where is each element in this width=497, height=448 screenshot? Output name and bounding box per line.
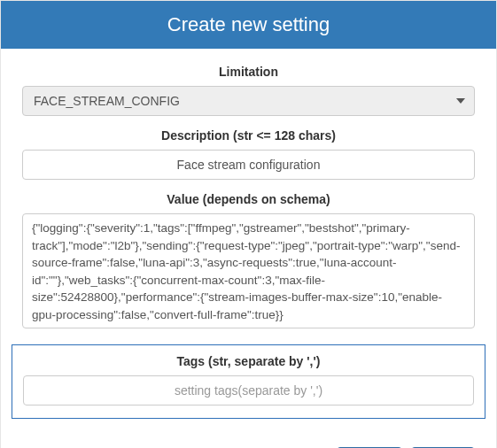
modal-body: Limitation FACE_STREAM_CONFIG Descriptio… bbox=[1, 49, 496, 436]
description-input[interactable] bbox=[22, 150, 475, 180]
description-label: Description (str <= 128 chars) bbox=[22, 128, 475, 143]
modal-title: Create new setting bbox=[1, 1, 496, 49]
limitation-select[interactable]: FACE_STREAM_CONFIG bbox=[22, 86, 475, 116]
value-label: Value (depends on schema) bbox=[22, 192, 475, 206]
create-setting-modal: Create new setting Limitation FACE_STREA… bbox=[0, 0, 497, 448]
modal-footer: Cancel Create bbox=[1, 436, 496, 448]
tags-group: Tags (str, separate by ',') bbox=[12, 344, 485, 419]
limitation-label: Limitation bbox=[22, 65, 475, 79]
limitation-group: Limitation FACE_STREAM_CONFIG bbox=[22, 65, 475, 116]
tags-label: Tags (str, separate by ',') bbox=[23, 354, 474, 368]
value-textarea[interactable] bbox=[22, 213, 475, 328]
tags-input[interactable] bbox=[23, 375, 474, 406]
value-group: Value (depends on schema) bbox=[22, 192, 475, 332]
description-group: Description (str <= 128 chars) bbox=[22, 128, 475, 180]
